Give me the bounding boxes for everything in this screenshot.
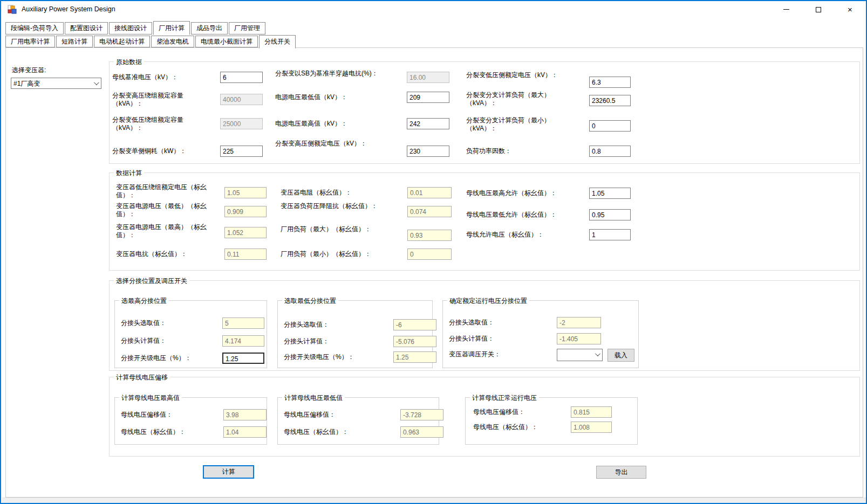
title-bar: Auxiliary Power System Design ×	[1, 1, 866, 18]
field-label: 变压器电源电压（最高）（标幺值）：	[116, 223, 210, 239]
field-label: 电源电压最高值（kV）：	[275, 120, 390, 128]
field-label: 分裂变低压侧额定电压（kV）：	[466, 71, 577, 79]
sub-tab-strip: 厂用电率计算 短路计算 电动机起动计算 柴油发电机 电缆最小截面计算 分线开关	[5, 35, 297, 48]
field-label: 分接开关级电压（%）：	[284, 353, 384, 361]
load-power-factor-input[interactable]: 0.8	[589, 146, 631, 157]
tab-motor-start[interactable]: 电动机起动计算	[94, 36, 150, 47]
menu-tab-strip: 段编辑-负荷导入 配置图设计 接线图设计 厂用计算 成品导出 厂用管理	[5, 21, 267, 35]
hv-winding-capacity-input: 40000	[220, 94, 263, 105]
tap-step-voltage-low: 1.25	[393, 351, 436, 363]
bus-allowed-voltage-input[interactable]: 1	[589, 229, 631, 240]
field-label: 分接头选取值：	[121, 319, 218, 327]
calculate-button[interactable]: 计算	[203, 465, 254, 479]
tap-step-voltage-high-input[interactable]: 1.25	[222, 353, 264, 364]
field-label: 分接头计算值：	[121, 337, 218, 345]
transformer-select[interactable]: #1厂高变	[11, 78, 101, 89]
close-button[interactable]: ×	[834, 1, 866, 18]
field-label: 分裂变分支计算负荷（最大）（kVA）：	[466, 91, 577, 107]
field-label: 变压器负荷压降阻抗（标幺值）：	[281, 202, 378, 210]
menu-tab-product-export[interactable]: 成品导出	[191, 22, 228, 34]
transformer-reactance-pu: 0.11	[224, 248, 267, 260]
tab-branch-switch[interactable]: 分线开关	[259, 35, 296, 49]
maximize-icon	[816, 7, 821, 12]
tab-plant-power-rate[interactable]: 厂用电率计算	[5, 36, 55, 47]
voltage-regulator-select[interactable]	[557, 349, 603, 361]
field-label: 分裂变单侧铜耗（kW）：	[112, 147, 201, 155]
branch-load-max-input[interactable]: 23260.5	[589, 95, 631, 106]
minimize-icon	[783, 9, 789, 10]
field-label: 母线基准电压（kV）：	[112, 73, 201, 81]
hv-side-rated-voltage-input[interactable]: 230	[407, 146, 449, 157]
field-label: 负荷功率因数：	[466, 147, 577, 155]
bus-voltage-offset-max: 3.98	[223, 409, 267, 420]
menu-tab-config-diagram[interactable]: 配置图设计	[65, 22, 108, 34]
bus-voltage-pu-min: 0.963	[400, 426, 443, 438]
plant-load-min-pu: 0	[407, 248, 452, 260]
group-title: 数据计算	[114, 169, 144, 178]
field-label: 母线允许电压（标幺值）：	[466, 231, 577, 239]
transformer-select-value: #1厂高变	[13, 80, 40, 87]
field-label: 分接头计算值：	[284, 337, 381, 346]
app-icon	[8, 5, 17, 14]
menu-tab-wiring-diagram[interactable]: 接线图设计	[109, 22, 152, 34]
field-label: 分裂变分支计算负荷（最小）（kVA）：	[466, 116, 577, 133]
field-label: 分裂变高压侧额定电压（kV）：	[275, 140, 390, 148]
field-label: 分裂变低压绕组额定容量（kVA）：	[112, 116, 201, 132]
app-window: Auxiliary Power System Design × 段编辑-负荷导入…	[0, 0, 867, 504]
tab-diesel-generator[interactable]: 柴油发电机	[151, 36, 194, 47]
load-button[interactable]: 载入	[607, 349, 634, 362]
bus-voltage-pu-max: 1.04	[223, 426, 267, 438]
tap-calculated-value-rated: -1.405	[557, 333, 601, 344]
window-title: Auxiliary Power System Design	[22, 5, 115, 13]
tap-selected-value-low: -6	[393, 319, 436, 330]
field-label: 母线电压偏移值：	[473, 408, 570, 416]
field-label: 厂用负荷（最小）（标幺值）：	[281, 250, 386, 258]
lv-winding-rated-voltage-pu: 1.05	[224, 187, 267, 198]
lv-side-rated-voltage-input[interactable]: 6.3	[589, 77, 631, 88]
field-label: 分接头计算值：	[449, 335, 546, 343]
source-voltage-min-input[interactable]: 209	[407, 92, 449, 103]
field-label: 母线电压（标幺值）：	[284, 428, 381, 436]
menu-tab-plant-calculation[interactable]: 厂用计算	[153, 21, 190, 35]
group-title: 计算母线正常运行电压	[470, 393, 539, 403]
field-label: 母线电压（标幺值）：	[473, 423, 570, 431]
field-label: 母线电压最低允许（标幺值）：	[466, 211, 577, 219]
bus-voltage-offset-normal: 0.815	[571, 406, 612, 418]
group-bus-voltage-normal: 计算母线正常运行电压	[465, 397, 638, 445]
minimize-button[interactable]	[770, 1, 802, 18]
group-data-calculation: 数据计算	[109, 172, 860, 271]
menu-tab-segment-load-import[interactable]: 段编辑-负荷导入	[5, 22, 64, 34]
plant-load-max-pu: 0.93	[407, 230, 452, 241]
field-label: 母线电压偏移值：	[284, 411, 381, 419]
field-label: 分接开关级电压（%）：	[121, 354, 221, 362]
field-label: 母线电压（标幺值）：	[121, 428, 218, 436]
branch-load-min-input[interactable]: 0	[589, 120, 631, 132]
group-title: 选取最低分接位置	[282, 296, 338, 306]
group-title: 计算母线电压最低值	[282, 393, 345, 403]
field-label: 母线电压最高允许（标幺值）：	[466, 189, 577, 197]
maximize-button[interactable]	[802, 1, 834, 18]
tab-short-circuit[interactable]: 短路计算	[56, 36, 93, 47]
chevron-down-icon	[94, 80, 99, 85]
tap-selected-value-high: 5	[222, 317, 264, 329]
copper-loss-input[interactable]: 225	[220, 146, 263, 157]
bus-base-voltage-input[interactable]: 6	[220, 72, 263, 83]
chevron-down-icon	[595, 351, 600, 356]
bus-voltage-min-allowed-input[interactable]: 0.95	[589, 209, 631, 220]
tab-cable-min-section[interactable]: 电缆最小截面计算	[195, 36, 258, 47]
bus-voltage-offset-min: -3.728	[400, 409, 443, 420]
source-voltage-max-input[interactable]: 242	[407, 118, 449, 129]
bus-voltage-max-allowed-input[interactable]: 1.05	[589, 188, 631, 199]
menu-tab-plant-management[interactable]: 厂用管理	[229, 22, 265, 34]
transformer-resistance-pu: 0.01	[407, 187, 452, 198]
export-button[interactable]: 导出	[596, 466, 646, 479]
field-label: 电源电压最低值（kV）：	[275, 93, 390, 101]
load-voltage-drop-impedance-pu: 0.074	[407, 206, 452, 217]
field-label: 分裂变高压绕组额定容量（kVA）：	[112, 92, 201, 108]
half-through-reactance-input: 16.00	[407, 72, 449, 83]
tap-selected-value-rated: -2	[557, 317, 601, 328]
group-title: 计算母线电压偏移	[114, 373, 170, 382]
window-controls: ×	[770, 1, 866, 18]
field-label: 变压器调压开关：	[449, 350, 546, 358]
close-icon: ×	[848, 5, 852, 13]
